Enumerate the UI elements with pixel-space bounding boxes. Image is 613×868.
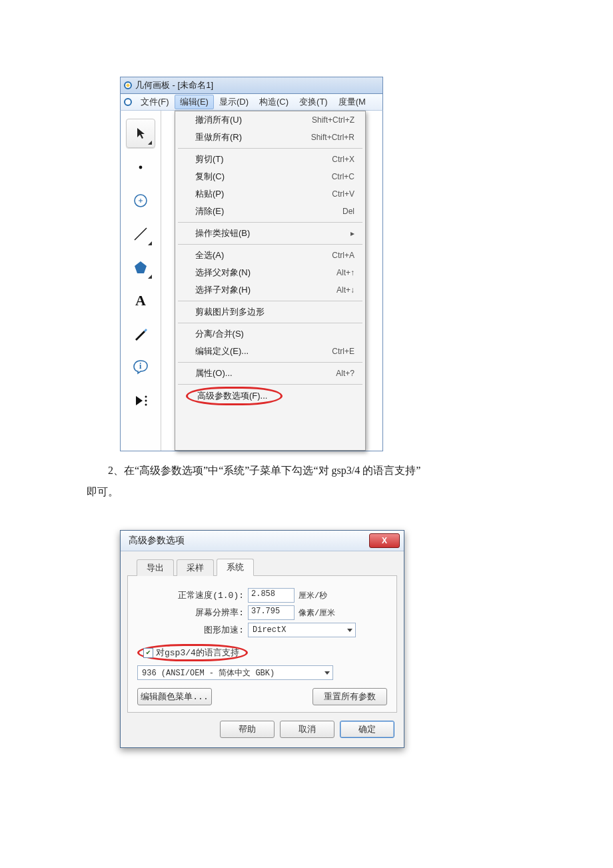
- speed-input[interactable]: 2.858: [248, 588, 295, 603]
- menu-transform[interactable]: 变换(T): [294, 95, 333, 109]
- menu-advanced-prefs[interactable]: 高级参数选项(F)...: [175, 387, 365, 409]
- dialog-titlebar: 高级参数选项 X: [121, 531, 404, 551]
- menu-item-label: 复制(C): [195, 171, 225, 183]
- flyout-icon: [148, 141, 152, 145]
- menu-construct[interactable]: 构造(C): [254, 95, 294, 109]
- chevron-down-icon: [324, 671, 330, 675]
- accel-label: 图形加速:: [137, 624, 244, 636]
- menu-select-child[interactable]: 选择子对象(H) Alt+↓: [175, 281, 365, 299]
- menu-item-label: 重做所有(R): [195, 131, 242, 143]
- svg-point-13: [145, 404, 147, 406]
- svg-point-12: [145, 400, 147, 402]
- menu-cut[interactable]: 剪切(T) Ctrl+X: [175, 151, 365, 168]
- dialog-footer: 帮助 取消 确定: [121, 713, 404, 747]
- menu-item-shortcut: Alt+↑: [336, 268, 354, 277]
- chevron-down-icon: [347, 629, 352, 632]
- menu-clear[interactable]: 清除(E) Del: [175, 203, 365, 220]
- tool-custom[interactable]: [127, 387, 155, 415]
- dialog-title: 高级参数选项: [129, 535, 185, 547]
- tab-system[interactable]: 系统: [217, 559, 254, 576]
- menu-copy[interactable]: 复制(C) Ctrl+C: [175, 168, 365, 185]
- svg-text:A: A: [135, 292, 146, 309]
- tool-polygon[interactable]: [127, 253, 155, 281]
- menu-separate-merge[interactable]: 分离/合并(S): [175, 325, 365, 343]
- flyout-icon: [148, 275, 152, 279]
- menu-item-label: 全选(A): [195, 249, 224, 261]
- menu-redo-all[interactable]: 重做所有(R) Shift+Ctrl+R: [175, 129, 365, 146]
- menu-separator: [178, 148, 362, 149]
- svg-point-2: [139, 166, 143, 169]
- menu-undo-all[interactable]: 撤消所有(U) Shift+Ctrl+Z: [175, 111, 365, 129]
- tool-point[interactable]: [127, 153, 155, 181]
- svg-marker-10: [136, 396, 143, 405]
- submenu-arrow-icon: ▸: [350, 229, 354, 238]
- menu-item-label: 分离/合并(S): [195, 328, 244, 340]
- menu-item-shortcut: Ctrl+A: [332, 251, 354, 260]
- menu-select-parent[interactable]: 选择父对象(N) Alt+↑: [175, 264, 365, 281]
- svg-line-6: [135, 228, 147, 240]
- encoding-combo[interactable]: 936 (ANSI/OEM - 简体中文 GBK): [137, 665, 333, 680]
- menu-edit[interactable]: 编辑(E): [175, 95, 214, 109]
- svg-text:i: i: [139, 361, 142, 371]
- menu-separator: [178, 244, 362, 245]
- menu-item-shortcut: Alt+↓: [336, 285, 354, 295]
- menu-crop-image[interactable]: 剪裁图片到多边形: [175, 303, 365, 321]
- edit-colors-button[interactable]: 编辑颜色菜单...: [137, 688, 212, 705]
- checkbox-gsp-support[interactable]: ✔ 对gsp3/4的语言支持: [137, 644, 387, 661]
- tool-select[interactable]: [126, 119, 155, 148]
- toolbar: A i: [121, 111, 161, 451]
- tab-system-body: 正常速度(1.0): 2.858 厘米/秒 屏幕分辨率: 37.795 像素/厘…: [127, 576, 397, 713]
- menu-item-label: 选择父对象(N): [195, 267, 251, 279]
- menu-file[interactable]: 文件(F): [135, 95, 175, 109]
- close-icon: X: [382, 536, 387, 545]
- tab-export[interactable]: 导出: [137, 559, 174, 576]
- res-unit: 像素/厘米: [299, 607, 335, 619]
- cancel-button[interactable]: 取消: [280, 721, 334, 738]
- tool-info[interactable]: i: [127, 353, 155, 381]
- accel-value: DirectX: [253, 625, 286, 635]
- menu-display[interactable]: 显示(D): [214, 95, 254, 109]
- instruction-line1: 2、在“高级参数选项”中“系统”子菜单下勾选“对 gsp3/4 的语言支持”: [108, 465, 420, 476]
- tool-line[interactable]: [127, 220, 155, 248]
- menu-item-shortcut: Shift+Ctrl+Z: [312, 115, 354, 125]
- menu-item-label: 高级参数选项(F)...: [197, 391, 267, 401]
- menu-item-label: 操作类按钮(B): [195, 227, 250, 239]
- edit-dropdown: 撤消所有(U) Shift+Ctrl+Z 重做所有(R) Shift+Ctrl+…: [175, 111, 366, 451]
- ok-button[interactable]: 确定: [340, 721, 394, 738]
- menu-measure[interactable]: 度量(M: [333, 95, 371, 109]
- tool-marker[interactable]: [127, 320, 155, 348]
- app-icon: [123, 81, 133, 90]
- screenshot-menu: 几何画板 - [未命名1] 文件(F) 编辑(E) 显示(D) 构造(C) 变换…: [120, 77, 383, 450]
- menu-edit-definition[interactable]: 编辑定义(E)... Ctrl+E: [175, 343, 365, 360]
- res-input[interactable]: 37.795: [248, 605, 295, 620]
- menu-item-label: 清除(E): [195, 205, 224, 217]
- menu-paste[interactable]: 粘贴(P) Ctrl+V: [175, 185, 365, 203]
- checkbox-icon[interactable]: ✔: [143, 648, 153, 658]
- menu-item-label: 剪裁图片到多边形: [195, 306, 265, 318]
- tool-text[interactable]: A: [127, 287, 155, 315]
- window-title: 几何画板 - [未命名1]: [135, 79, 213, 91]
- menu-item-label: 粘贴(P): [195, 188, 224, 200]
- window-titlebar: 几何画板 - [未命名1]: [120, 77, 383, 94]
- menu-item-label: 选择子对象(H): [195, 284, 251, 296]
- highlight-ellipse-icon: ✔ 对gsp3/4的语言支持: [137, 644, 248, 661]
- menubar: 文件(F) 编辑(E) 显示(D) 构造(C) 变换(T) 度量(M: [120, 94, 383, 111]
- help-button[interactable]: 帮助: [220, 721, 275, 738]
- menu-separator: [178, 222, 362, 223]
- tab-sample[interactable]: 采样: [177, 559, 214, 576]
- flyout-icon: [148, 241, 152, 245]
- menu-properties[interactable]: 属性(O)... Alt+?: [175, 365, 365, 382]
- tool-circle[interactable]: [127, 187, 155, 215]
- reset-button[interactable]: 重置所有参数: [312, 688, 387, 705]
- menu-item-shortcut: Shift+Ctrl+R: [311, 133, 354, 142]
- menu-select-all[interactable]: 全选(A) Ctrl+A: [175, 247, 365, 264]
- menu-item-shortcut: Del: [342, 207, 354, 216]
- encoding-value: 936 (ANSI/OEM - 简体中文 GBK): [142, 667, 275, 679]
- menu-separator: [178, 301, 362, 301]
- accel-combo[interactable]: DirectX: [248, 623, 356, 637]
- menu-item-label: 属性(O)...: [195, 367, 233, 379]
- menu-action-buttons[interactable]: 操作类按钮(B) ▸: [175, 225, 365, 242]
- dialog-tabs: 导出 采样 系统: [127, 551, 397, 576]
- close-button[interactable]: X: [369, 533, 400, 548]
- menu-item-shortcut: Alt+?: [336, 369, 354, 378]
